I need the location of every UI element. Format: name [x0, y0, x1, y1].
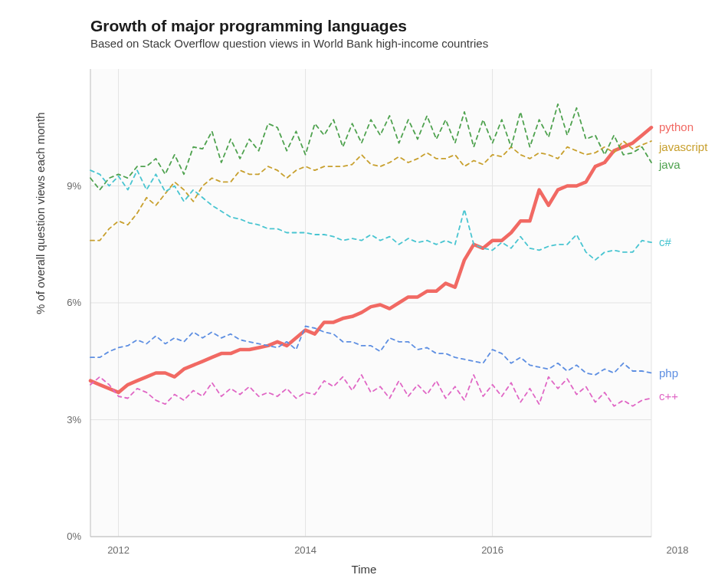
chart-svg: 0%3%6%9%2012201420162018pythonjavascript… [0, 0, 728, 588]
series-label-python: python [659, 120, 694, 133]
y-tick-label: 9% [67, 180, 81, 192]
series-label-c#: c# [659, 235, 672, 248]
y-tick-label: 0% [67, 531, 81, 542]
series-label-javascript: javascript [658, 140, 708, 153]
y-tick-label: 3% [67, 414, 81, 425]
series-label-php: php [659, 366, 678, 379]
x-tick-label: 2018 [667, 544, 689, 556]
series-label-java: java [658, 158, 680, 171]
x-tick-label: 2016 [481, 544, 503, 556]
chart-container: Growth of major programming languages Ba… [0, 0, 728, 588]
x-tick-label: 2012 [107, 544, 130, 556]
series-label-c++: c++ [659, 389, 678, 402]
x-tick-label: 2014 [294, 544, 316, 556]
y-tick-label: 6% [67, 297, 81, 308]
